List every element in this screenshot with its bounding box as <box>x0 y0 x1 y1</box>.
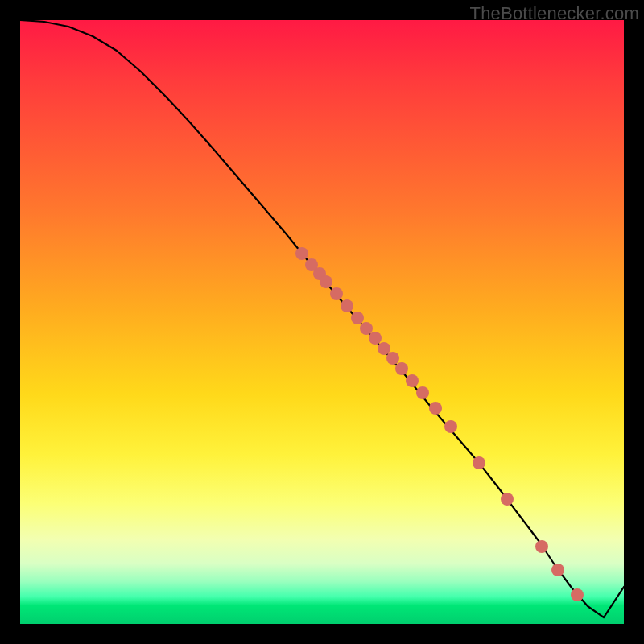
data-point <box>535 540 548 553</box>
data-point <box>341 299 353 312</box>
data-point <box>378 342 390 355</box>
data-point <box>473 456 485 469</box>
chart-svg <box>20 20 624 624</box>
data-point <box>571 588 584 601</box>
bottleneck-curve <box>20 20 624 617</box>
data-point <box>501 493 514 506</box>
data-point <box>406 374 419 387</box>
chart-frame: TheBottlenecker.com <box>0 0 644 644</box>
data-point <box>386 352 399 365</box>
data-point <box>320 275 332 288</box>
data-point <box>416 386 429 399</box>
data-point <box>351 312 364 324</box>
plot-area <box>20 20 624 624</box>
data-point <box>360 322 373 335</box>
data-point <box>369 332 382 345</box>
data-point <box>551 564 564 576</box>
data-point <box>295 247 308 260</box>
data-point <box>444 420 457 433</box>
curve-group <box>20 20 624 617</box>
data-point <box>330 287 343 300</box>
watermark-label: TheBottlenecker.com <box>470 3 639 24</box>
data-point <box>429 402 442 415</box>
scatter-markers <box>295 247 584 601</box>
data-point <box>395 362 408 375</box>
